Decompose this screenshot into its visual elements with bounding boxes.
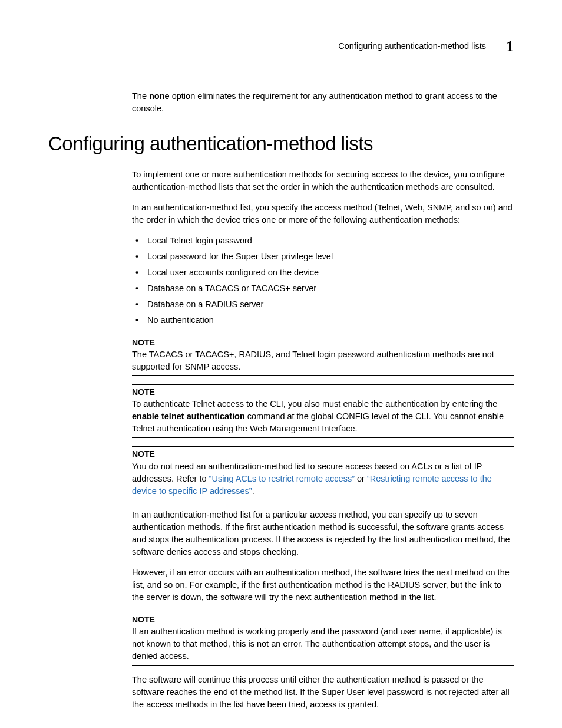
chapter-number: 1: [506, 35, 514, 58]
note-text: If an authentication method is working p…: [132, 625, 514, 663]
rule: [132, 375, 514, 376]
text: To authenticate Telnet access to the CLI…: [132, 399, 497, 409]
list-item: No authentication: [132, 314, 514, 327]
list-item: Local user accounts configured on the de…: [132, 266, 514, 279]
list-item: Database on a TACACS or TACACS+ server: [132, 282, 514, 295]
note-block: NOTE If an authentication method is work…: [132, 612, 514, 666]
intro-paragraph: The none option eliminates the requireme…: [132, 90, 514, 115]
page-header: Configuring authentication-method lists …: [48, 35, 514, 58]
rule: [132, 437, 514, 438]
cross-reference-link[interactable]: “Using ACLs to restrict remote access”: [209, 474, 355, 483]
section-body: To implement one or more authentication …: [132, 169, 514, 711]
note-text: To authenticate Telnet access to the CLI…: [132, 398, 514, 435]
paragraph: To implement one or more authentication …: [132, 169, 514, 193]
note-label: NOTE: [132, 448, 514, 460]
text: The: [132, 91, 149, 101]
bold-term: none: [149, 91, 170, 101]
note-label: NOTE: [132, 386, 514, 398]
bullet-list: Local Telnet login password Local passwo…: [132, 235, 514, 327]
paragraph: The software will continue this process …: [132, 674, 514, 711]
list-item: Local password for the Super User privil…: [132, 251, 514, 263]
note-label: NOTE: [132, 614, 514, 625]
rule: [132, 446, 514, 447]
bold-term: enable telnet authentication: [132, 411, 245, 421]
paragraph: However, if an error occurs with an auth…: [132, 566, 514, 604]
rule: [132, 500, 514, 500]
paragraph: In an authentication-method list for a p…: [132, 509, 514, 558]
text: .: [252, 486, 254, 496]
rule: [132, 335, 514, 335]
section-heading: Configuring authentication-method lists: [48, 130, 514, 158]
note-block: NOTE The TACACS or TACACS+, RADIUS, and …: [132, 335, 514, 376]
note-label: NOTE: [132, 337, 514, 348]
note-block: NOTE You do not need an authentication-m…: [132, 446, 514, 500]
header-title: Configuring authentication-method lists: [338, 41, 486, 51]
rule: [132, 612, 514, 612]
list-item: Database on a RADIUS server: [132, 298, 514, 311]
rule: [132, 665, 514, 666]
note-block: NOTE To authenticate Telnet access to th…: [132, 384, 514, 438]
intro-block: The none option eliminates the requireme…: [132, 90, 514, 115]
paragraph: In an authentication-method list, you sp…: [132, 202, 514, 226]
note-text: You do not need an authentication-method…: [132, 460, 514, 498]
rule: [132, 384, 514, 385]
text: or: [355, 474, 367, 483]
list-item: Local Telnet login password: [132, 235, 514, 247]
note-text: The TACACS or TACACS+, RADIUS, and Telne…: [132, 348, 514, 373]
text: option eliminates the requirement for an…: [132, 91, 497, 113]
page: Configuring authentication-method lists …: [0, 0, 562, 728]
